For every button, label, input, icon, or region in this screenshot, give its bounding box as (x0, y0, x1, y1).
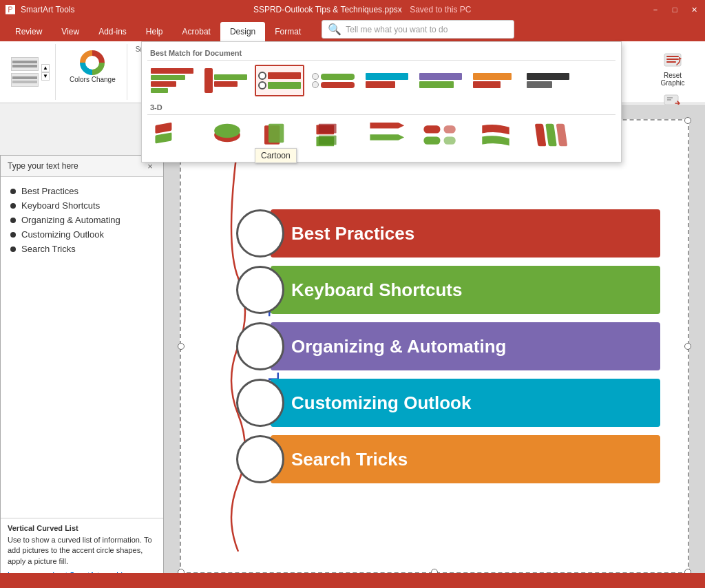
list-item-label-3: Organizing & Automating (21, 215, 120, 225)
best-match-styles-row (147, 65, 615, 96)
label-bar-4: Customizing Outlook (271, 379, 660, 427)
layout-btn-1[interactable] (11, 57, 39, 71)
list-item[interactable]: Organizing & Automating (10, 213, 154, 227)
tab-review[interactable]: Review (6, 22, 52, 41)
list-item[interactable]: Best Practices (10, 184, 154, 198)
style-item-6[interactable] (416, 65, 465, 96)
reset-section: Reset Graphic Convert Reset (646, 44, 699, 100)
3d-styles-row (147, 119, 615, 151)
file-name: SSPRD-Outlook Tips & Techniques.ppsx (253, 5, 402, 14)
svg-rect-18 (319, 136, 337, 145)
tab-design[interactable]: Design (220, 22, 265, 41)
circle-node-1 (236, 209, 284, 258)
selection-handle-tr[interactable] (684, 117, 691, 124)
selection-handle-mr[interactable] (684, 343, 691, 350)
app-icon: 🅿 (6, 4, 15, 15)
tellme-text: Tell me what you want to do (346, 25, 448, 34)
3d-style-2[interactable] (201, 119, 251, 151)
smartart-container[interactable]: OUTLOOK TIPS Best Practices Keyboard Sho… (180, 119, 689, 574)
title-bar-left: 🅿 SmartArt Tools (6, 4, 74, 15)
smartart-row-1[interactable]: Best Practices (229, 209, 667, 258)
style-item-4[interactable] (308, 65, 358, 96)
reset-graphic-label: Reset Graphic (655, 72, 690, 87)
smartart-styles-dropdown: Best Match for Document (141, 41, 622, 162)
dropdown-section-title-1: Best Match for Document (147, 48, 615, 61)
item-label-1: Best Practices (291, 223, 414, 244)
circle-node-4 (236, 379, 284, 427)
status-bar (0, 573, 705, 588)
app-name: SmartArt Tools (21, 5, 74, 14)
svg-rect-23 (535, 124, 547, 147)
style-item-7[interactable] (470, 65, 519, 96)
tab-view[interactable]: View (52, 22, 89, 41)
circle-node-5 (236, 435, 284, 483)
svg-rect-14 (269, 124, 284, 143)
ribbon-tabs: Review View Add-ins Help Acrobat Design … (0, 19, 705, 41)
style-item-3[interactable] (255, 65, 304, 96)
svg-rect-0 (12, 61, 37, 63)
layouts-section: ▲ ▼ (6, 44, 56, 100)
reset-graphic-button[interactable]: Reset Graphic (651, 47, 694, 90)
circle-node-3 (236, 322, 284, 370)
text-panel: Type your text here × Best Practices Key… (0, 155, 164, 585)
title-bar-right: − □ ✕ (650, 4, 699, 15)
svg-rect-3 (12, 81, 37, 83)
svg-rect-21 (444, 125, 456, 133)
item-label-3: Organizing & Automating (291, 336, 506, 357)
selection-handle-ml[interactable] (178, 343, 185, 350)
close-window-button[interactable]: ✕ (688, 4, 699, 15)
smartart-row-3[interactable]: Organizing & Automating (229, 322, 667, 370)
tab-addins[interactable]: Add-ins (89, 22, 136, 41)
smartart-row-4[interactable]: Customizing Outlook (229, 379, 667, 427)
main-canvas: OUTLOOK TIPS Best Practices Keyboard Sho… (164, 105, 705, 588)
list-item[interactable]: Keyboard Shortcuts (10, 198, 154, 213)
3d-style-5[interactable] (362, 119, 412, 151)
change-colors-button[interactable]: Colors Change (64, 47, 121, 86)
svg-point-5 (89, 59, 96, 66)
style-item-1[interactable] (147, 65, 197, 96)
tab-format[interactable]: Format (265, 22, 311, 41)
title-bar: 🅿 SmartArt Tools SSPRD-Outlook Tips & Te… (0, 0, 705, 19)
svg-rect-25 (556, 124, 568, 147)
item-label-5: Search Tricks (291, 449, 408, 470)
tab-help[interactable]: Help (136, 22, 173, 41)
svg-rect-1 (12, 65, 37, 67)
3d-style-3[interactable] (255, 119, 304, 151)
3d-style-7[interactable] (470, 119, 519, 151)
tooltip-text: Cartoon (261, 151, 291, 160)
colors-section: Colors Change (59, 44, 127, 100)
svg-rect-2 (12, 76, 37, 79)
change-colors-label: Colors Change (70, 76, 116, 83)
list-bullet-4 (10, 232, 16, 238)
style-item-5[interactable] (362, 65, 412, 96)
list-bullet-5 (10, 246, 16, 252)
3d-style-6[interactable] (416, 119, 465, 151)
list-item-label-1: Best Practices (21, 186, 78, 196)
maximize-button[interactable]: □ (669, 4, 680, 15)
svg-rect-16 (319, 124, 337, 134)
text-panel-list: Best Practices Keyboard Shortcuts Organi… (1, 177, 163, 518)
tellme-bar[interactable]: 🔍 Tell me what you want to do (322, 20, 514, 39)
layout-scroll[interactable]: ▲ ▼ (41, 47, 50, 97)
tab-acrobat[interactable]: Acrobat (173, 22, 220, 41)
smartart-row-2[interactable]: Keyboard Shortcuts (229, 266, 667, 314)
text-panel-header: Type your text here × (1, 156, 163, 177)
list-item[interactable]: Customizing Outlook (10, 227, 154, 242)
save-status: Saved to this PC (410, 5, 471, 14)
smartart-row-5[interactable]: Search Tricks (229, 435, 667, 483)
3d-style-1[interactable] (147, 119, 197, 151)
list-bullet-1 (10, 189, 16, 194)
3d-style-4[interactable] (308, 119, 358, 151)
svg-rect-10 (155, 132, 171, 143)
list-bullet-3 (10, 218, 16, 223)
list-item[interactable]: Search Tricks (10, 242, 154, 256)
style-item-8[interactable] (523, 65, 573, 96)
list-item-label-2: Keyboard Shortcuts (21, 200, 100, 211)
3d-style-8[interactable] (523, 119, 573, 151)
dropdown-section-title-2: 3-D (147, 102, 615, 115)
layout-btn-2[interactable] (11, 73, 39, 87)
smartart-items-list: Best Practices Keyboard Shortcuts Organi… (229, 209, 667, 483)
label-bar-5: Search Tricks (271, 435, 660, 483)
minimize-button[interactable]: − (650, 4, 661, 15)
style-item-2[interactable] (201, 65, 251, 96)
